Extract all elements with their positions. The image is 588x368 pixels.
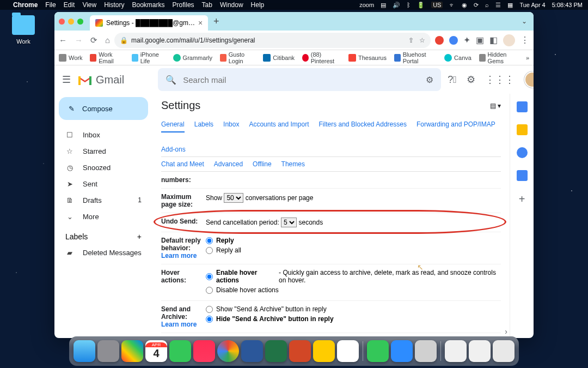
pagesize-select[interactable]: 50 <box>224 193 243 203</box>
menu-file[interactable]: File <box>45 1 56 9</box>
menu-edit[interactable]: Edit <box>64 1 75 9</box>
add-label-button[interactable]: + <box>137 232 142 241</box>
menubar-card-icon[interactable]: ▤ <box>381 2 386 9</box>
bookmark-bluehost[interactable]: Bluehost Portal <box>394 51 437 64</box>
tab-accounts-import[interactable]: Accounts and Import <box>249 117 309 132</box>
dock-powerpoint[interactable] <box>289 340 311 362</box>
get-addons-button[interactable]: + <box>519 193 525 206</box>
window-minimize-button[interactable] <box>68 19 74 25</box>
dock-excel[interactable] <box>265 340 287 362</box>
calendar-icon[interactable] <box>517 101 528 112</box>
side-panel-toggle[interactable]: › <box>505 327 507 336</box>
dock-zoom[interactable] <box>391 340 413 362</box>
dock-trash[interactable] <box>493 340 514 362</box>
dock-slack[interactable] <box>337 340 359 362</box>
sidebar-more[interactable]: ⌄More <box>54 208 152 225</box>
sidebar-starred[interactable]: ☆Starred <box>54 143 152 159</box>
bookmark-canva[interactable]: Canva <box>444 54 471 62</box>
search-bar[interactable]: 🔍 ⚙ <box>158 68 441 91</box>
dock-launchpad[interactable] <box>121 340 143 362</box>
menubar-zoom[interactable]: zoom <box>359 2 374 8</box>
desktop-folder-work[interactable]: Work <box>10 15 37 45</box>
contacts-icon[interactable] <box>517 170 528 181</box>
home-button[interactable]: ⌂ <box>105 35 110 45</box>
window-close-button[interactable] <box>59 19 65 25</box>
bookmark-hidden-gems[interactable]: Hidden Gems <box>479 51 518 64</box>
search-options-icon[interactable]: ⚙ <box>426 75 433 85</box>
menubar-bluetooth-icon[interactable]: ᛒ <box>407 2 411 8</box>
tab-close-button[interactable]: × <box>198 19 203 27</box>
bookmark-work-email[interactable]: Work Email <box>90 51 124 64</box>
radio-sa-hide[interactable] <box>206 316 213 323</box>
tab-addons[interactable]: Add-ons <box>161 142 186 156</box>
tab-labels[interactable]: Labels <box>194 117 213 132</box>
gmail-logo[interactable]: Gmail <box>77 74 124 86</box>
bookmark-iphone-life[interactable]: iPhone Life <box>132 51 166 64</box>
dock-doc-2[interactable] <box>469 340 491 362</box>
send-archive-learn-more[interactable]: Learn more <box>161 321 197 328</box>
tab-chat-meet[interactable]: Chat and Meet <box>161 157 204 171</box>
keep-icon[interactable] <box>517 124 528 135</box>
dock-facetime[interactable] <box>367 340 389 362</box>
bookmark-star-icon[interactable]: ☆ <box>419 37 425 44</box>
dock-preview[interactable] <box>415 340 437 362</box>
dock-music[interactable] <box>193 340 215 362</box>
main-menu-button[interactable]: ☰ <box>62 74 71 86</box>
undo-period-select[interactable]: 5 <box>281 218 297 227</box>
apps-grid-icon[interactable]: ⋮⋮⋮ <box>485 74 514 86</box>
new-tab-button[interactable]: + <box>213 16 219 27</box>
app-name[interactable]: Chrome <box>13 1 38 9</box>
chrome-menu-button[interactable]: ⋮ <box>520 35 529 45</box>
bookmark-overflow[interactable]: » <box>526 55 529 61</box>
dock-system-settings[interactable] <box>97 340 119 362</box>
menubar-battery-icon[interactable]: 🔋 <box>417 2 425 9</box>
sidebar-drafts[interactable]: 🗎Drafts1 <box>54 192 152 208</box>
menu-window[interactable]: Window <box>220 1 243 9</box>
menubar-notifications-icon[interactable]: ▦ <box>507 2 513 9</box>
back-button[interactable]: ← <box>59 35 67 45</box>
search-input[interactable] <box>183 75 419 85</box>
sidebar-inbox[interactable]: ☐Inbox <box>54 126 152 143</box>
bookmark-gusto[interactable]: Gusto Login <box>220 51 255 64</box>
menubar-wifi-icon[interactable]: ᯤ <box>449 2 455 8</box>
dock-finder[interactable] <box>74 340 95 362</box>
settings-gear-icon[interactable]: ⚙ <box>467 74 475 86</box>
sidepanel-icon[interactable]: ◧ <box>489 35 498 45</box>
menu-tab[interactable]: Tab <box>202 1 212 9</box>
sidebar-snoozed[interactable]: ◷Snoozed <box>54 159 152 176</box>
tab-offline[interactable]: Offline <box>253 157 271 171</box>
profile-avatar[interactable] <box>503 34 515 46</box>
dock-doc-1[interactable] <box>445 340 467 362</box>
menubar-control-center-icon[interactable]: ☰ <box>495 2 501 9</box>
menubar-input-us[interactable]: US <box>431 2 443 8</box>
extension-icon-2[interactable] <box>449 36 458 45</box>
reload-button[interactable]: ⟳ <box>90 35 97 45</box>
browser-tab[interactable]: Settings - ████████@gm… × <box>90 15 208 31</box>
label-deleted-messages[interactable]: ▰Deleted Messages <box>54 244 152 261</box>
help-icon[interactable]: ?⃝ <box>448 74 457 86</box>
tab-forwarding[interactable]: Forwarding and POP/IMAP <box>416 117 495 132</box>
menubar-volume-icon[interactable]: 🔊 <box>393 2 400 9</box>
share-icon[interactable]: ⇪ <box>408 37 414 44</box>
bookmark-work[interactable]: Work <box>59 54 82 62</box>
tab-inbox[interactable]: Inbox <box>223 117 239 132</box>
tab-themes[interactable]: Themes <box>281 157 305 171</box>
radio-reply[interactable] <box>206 237 213 244</box>
dock-chrome[interactable] <box>217 340 239 362</box>
compose-button[interactable]: ✎ Compose <box>59 97 148 120</box>
menubar-spotlight-icon[interactable]: ⌕ <box>485 2 489 8</box>
dock-messages[interactable] <box>169 340 191 362</box>
bookmark-pinterest[interactable]: (88) Pinterest <box>302 51 341 64</box>
menu-history[interactable]: History <box>104 1 124 9</box>
tab-advanced[interactable]: Advanced <box>214 157 243 171</box>
menu-bookmarks[interactable]: Bookmarks <box>132 1 165 9</box>
cast-icon[interactable]: ▣ <box>476 35 484 45</box>
menu-help[interactable]: Help <box>251 1 265 9</box>
dock-notes[interactable] <box>313 340 335 362</box>
menubar-user-icon[interactable]: ◉ <box>462 2 467 9</box>
default-reply-learn-more[interactable]: Learn more <box>161 252 197 260</box>
tab-overflow-button[interactable]: ⌄ <box>522 17 527 25</box>
bookmark-citibank[interactable]: Citibank <box>263 54 295 62</box>
menu-view[interactable]: View <box>82 1 96 9</box>
tab-filters[interactable]: Filters and Blocked Addresses <box>319 117 407 132</box>
